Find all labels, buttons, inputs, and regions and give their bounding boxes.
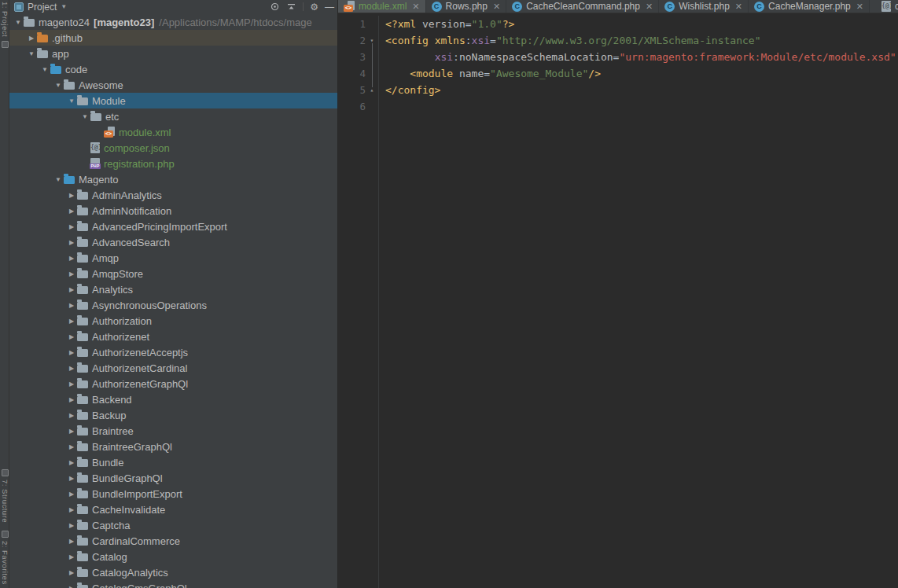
chevron-collapsed-icon[interactable]: ▶ xyxy=(66,475,77,482)
tree-row-backup[interactable]: ▶Backup xyxy=(9,407,337,423)
chevron-collapsed-icon[interactable]: ▶ xyxy=(66,270,77,277)
chevron-expanded-icon[interactable]: ▼ xyxy=(26,50,37,57)
chevron-collapsed-icon[interactable]: ▶ xyxy=(66,553,77,560)
hide-panel-icon[interactable]: — xyxy=(325,2,334,12)
chevron-down-icon[interactable]: ▼ xyxy=(61,3,67,10)
tree-row-bundle[interactable]: ▶Bundle xyxy=(9,454,337,470)
close-tab-icon[interactable]: ✕ xyxy=(735,2,742,12)
code-line: <config xmlns:xsi="http://www.w3.org/200… xyxy=(385,32,898,49)
chevron-collapsed-icon[interactable]: ▶ xyxy=(66,333,77,340)
code-content[interactable]: <?xml version="1.0"?><config xmlns:xsi="… xyxy=(379,16,898,588)
tree-row-amqp[interactable]: ▶Amqp xyxy=(9,250,337,266)
tree-row-amqpstore[interactable]: ▶AmqpStore xyxy=(9,266,337,281)
tree-row-app[interactable]: ▼app xyxy=(9,46,337,61)
tree-row-cacheinvalidate[interactable]: ▶CacheInvalidate xyxy=(9,502,337,517)
chevron-expanded-icon[interactable]: ▼ xyxy=(53,82,64,89)
chevron-collapsed-icon[interactable]: ▶ xyxy=(66,208,77,215)
chevron-collapsed-icon[interactable]: ▶ xyxy=(66,223,77,230)
tree-row-advancedsearch[interactable]: ▶AdvancedSearch xyxy=(9,234,337,250)
tree-row-backend[interactable]: ▶Backend xyxy=(9,391,337,407)
chevron-collapsed-icon[interactable]: ▶ xyxy=(66,506,77,513)
tree-item-path: /Applications/MAMP/htdocs/mage xyxy=(159,17,311,28)
project-panel-title[interactable]: Project xyxy=(28,2,57,13)
tree-row-cardinalcommerce[interactable]: ▶CardinalCommerce xyxy=(9,533,337,549)
chevron-collapsed-icon[interactable]: ▶ xyxy=(66,239,77,246)
tree-row-authorizenetgraphql[interactable]: ▶AuthorizenetGraphQl xyxy=(9,376,337,391)
chevron-collapsed-icon[interactable]: ▶ xyxy=(66,396,77,403)
chevron-collapsed-icon[interactable]: ▶ xyxy=(66,522,77,529)
code-editor[interactable]: 123456▾▴ <?xml version="1.0"?><config xm… xyxy=(338,13,898,588)
chevron-collapsed-icon[interactable]: ▶ xyxy=(66,443,77,450)
tool-button----structure[interactable]: 7: Structure xyxy=(1,469,9,523)
tool-button----favorites[interactable]: 2: Favorites xyxy=(1,531,9,585)
close-tab-icon[interactable]: ✕ xyxy=(646,2,653,12)
tree-row-asynchronousoperations[interactable]: ▶AsynchronousOperations xyxy=(9,297,337,313)
tree-row-composer-json[interactable]: {@}composer.json xyxy=(9,140,337,156)
tab-cachemanager-php[interactable]: CCacheManager.php✕ xyxy=(749,0,870,13)
chevron-collapsed-icon[interactable]: ▶ xyxy=(66,459,77,466)
tree-row-adminnotification[interactable]: ▶AdminNotification xyxy=(9,203,337,219)
tree-row-module[interactable]: ▼Module xyxy=(9,93,337,108)
tab-cachecleancommand-php[interactable]: CCacheCleanCommand.php✕ xyxy=(506,0,659,13)
chevron-collapsed-icon[interactable]: ▶ xyxy=(26,35,37,42)
tab-rows-php[interactable]: CRows.php✕ xyxy=(426,0,507,13)
tree-row-module-xml[interactable]: <>module.xml xyxy=(9,124,337,140)
chevron-collapsed-icon[interactable]: ▶ xyxy=(66,412,77,419)
chevron-collapsed-icon[interactable]: ▶ xyxy=(66,318,77,325)
chevron-collapsed-icon[interactable]: ▶ xyxy=(66,569,77,576)
collapse-all-icon[interactable] xyxy=(286,2,296,12)
close-tab-icon[interactable]: ✕ xyxy=(493,2,500,12)
tree-row-bundleimportexport[interactable]: ▶BundleImportExport xyxy=(9,486,337,502)
gear-icon[interactable]: ⚙ xyxy=(310,2,318,12)
chevron-collapsed-icon[interactable]: ▶ xyxy=(66,302,77,309)
close-tab-icon[interactable]: ✕ xyxy=(856,2,863,12)
locate-file-icon[interactable] xyxy=(270,2,280,12)
tree-row-catalogcmsgraphql[interactable]: ▶CatalogCmsGraphQl xyxy=(9,580,337,588)
tree-row-adminanalytics[interactable]: ▶AdminAnalytics xyxy=(9,187,337,203)
tree-row-catalog[interactable]: ▶Catalog xyxy=(9,549,337,564)
tab-wishlist-php[interactable]: CWishlist.php✕ xyxy=(659,0,749,13)
chevron-expanded-icon[interactable]: ▼ xyxy=(66,97,77,105)
close-tab-icon[interactable]: ✕ xyxy=(412,2,419,12)
chevron-collapsed-icon[interactable]: ▶ xyxy=(66,349,77,356)
tree-row-code[interactable]: ▼code xyxy=(9,61,337,77)
tree-row-authorizenet[interactable]: ▶Authorizenet xyxy=(9,329,337,344)
tree-row-registration-php[interactable]: registration.php xyxy=(9,156,337,171)
tab-module-xml[interactable]: <>module.xml✕ xyxy=(338,0,426,13)
tree-row-authorizenetacceptjs[interactable]: ▶AuthorizenetAcceptjs xyxy=(9,344,337,360)
tree-row-magento24[interactable]: ▼magento24[magento23]/Applications/MAMP/… xyxy=(9,14,337,30)
tree-row-advancedpricingimportexport[interactable]: ▶AdvancedPricingImportExport xyxy=(9,219,337,234)
code-token: <?xml xyxy=(385,18,422,30)
chevron-collapsed-icon[interactable]: ▶ xyxy=(66,255,77,262)
tree-item-label: Module xyxy=(92,95,126,107)
tree-row-authorizenetcardinal[interactable]: ▶AuthorizenetCardinal xyxy=(9,360,337,376)
chevron-expanded-icon[interactable]: ▼ xyxy=(13,19,24,26)
chevron-expanded-icon[interactable]: ▼ xyxy=(79,113,90,120)
code-token: <config xyxy=(385,35,435,46)
chevron-collapsed-icon[interactable]: ▶ xyxy=(66,491,77,498)
tree-row-bundlegraphql[interactable]: ▶BundleGraphQl xyxy=(9,470,337,486)
tree-item-label: CatalogCmsGraphQl xyxy=(92,582,187,588)
tree-row-authorization[interactable]: ▶Authorization xyxy=(9,313,337,329)
chevron-collapsed-icon[interactable]: ▶ xyxy=(66,428,77,435)
chevron-collapsed-icon[interactable]: ▶ xyxy=(66,192,77,199)
tool-button-project[interactable]: 1: Project xyxy=(1,2,9,37)
chevron-expanded-icon[interactable]: ▼ xyxy=(39,66,50,73)
tree-row-awesome[interactable]: ▼Awesome xyxy=(9,77,337,93)
tree-row-etc[interactable]: ▼etc xyxy=(9,108,337,124)
tree-row-analytics[interactable]: ▶Analytics xyxy=(9,281,337,297)
tree-row-cataloganalytics[interactable]: ▶CatalogAnalytics xyxy=(9,564,337,580)
chevron-collapsed-icon[interactable]: ▶ xyxy=(66,538,77,545)
chevron-collapsed-icon[interactable]: ▶ xyxy=(66,365,77,372)
tree-row-braintree[interactable]: ▶Braintree xyxy=(9,423,337,439)
tree-row-captcha[interactable]: ▶Captcha xyxy=(9,517,337,533)
chevron-collapsed-icon[interactable]: ▶ xyxy=(66,585,77,588)
editor-gutter: 123456▾▴ xyxy=(338,16,379,588)
chevron-collapsed-icon[interactable]: ▶ xyxy=(66,380,77,388)
chevron-collapsed-icon[interactable]: ▶ xyxy=(66,286,77,293)
tree-row-braintreegraphql[interactable]: ▶BraintreeGraphQl xyxy=(9,439,337,454)
chevron-expanded-icon[interactable]: ▼ xyxy=(53,176,64,183)
tab-c[interactable]: {@}c xyxy=(876,0,898,13)
tree-row-magento[interactable]: ▼Magento xyxy=(9,171,337,187)
tree-row--github[interactable]: ▶.github xyxy=(9,30,337,46)
